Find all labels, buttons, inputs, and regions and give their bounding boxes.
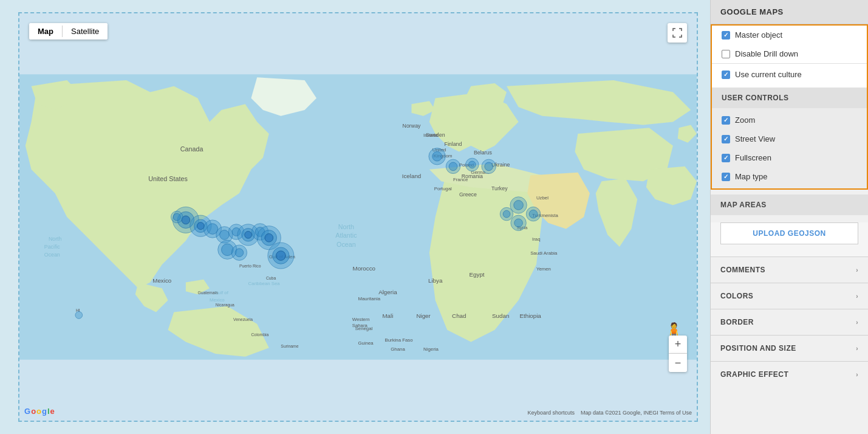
svg-point-88 [173, 213, 180, 221]
svg-point-86 [276, 251, 286, 261]
collapsible-header[interactable]: POSITION AND SIZE› [711, 336, 868, 361]
chevron-icon: › [856, 345, 858, 352]
use-current-culture-row[interactable]: Use current culture [712, 63, 867, 85]
user-control-row[interactable]: Street View [712, 129, 867, 148]
svg-text:Nigeria: Nigeria [423, 346, 439, 352]
sidebar: GOOGLE MAPS Master object Disable Drill … [710, 0, 868, 434]
svg-text:Niger: Niger [416, 312, 431, 319]
svg-text:Ocean: Ocean [44, 252, 60, 258]
svg-text:Atlantic: Atlantic [335, 232, 357, 239]
user-control-checkbox[interactable] [722, 116, 730, 125]
user-control-checkbox[interactable] [722, 135, 730, 143]
svg-point-74 [245, 231, 252, 238]
svg-text:Iceland: Iceland [402, 173, 422, 179]
collapsible-header[interactable]: COLORS› [711, 283, 868, 309]
master-object-row[interactable]: Master object [712, 26, 867, 44]
user-control-row[interactable]: Map type [712, 167, 867, 186]
zoom-controls: + − [669, 336, 687, 372]
svg-text:North: North [338, 223, 354, 230]
svg-text:Iraq: Iraq [532, 236, 540, 242]
chevron-icon: › [856, 371, 858, 378]
svg-text:Western: Western [352, 317, 370, 322]
map-wrapper: North Atlantic Ocean North Pacific Ocean… [18, 12, 698, 422]
sidebar-header: GOOGLE MAPS [711, 0, 868, 24]
svg-point-79 [265, 233, 273, 242]
svg-text:Ethiopia: Ethiopia [519, 312, 541, 319]
map-areas-wrapper: MAP AREAS UPLOAD GEOJSON [711, 195, 868, 257]
svg-text:Ireland: Ireland [423, 133, 438, 138]
svg-text:Chad: Chad [452, 312, 466, 319]
main-section: Master object Disable Drill down Use cur… [711, 24, 868, 190]
svg-point-100 [529, 210, 538, 218]
zoom-out-button[interactable]: − [669, 354, 687, 372]
svg-text:Greece: Greece [459, 191, 477, 198]
svg-text:Norway: Norway [403, 123, 421, 129]
collapsible-header[interactable]: BORDER› [711, 309, 868, 335]
controls-list: ZoomStreet ViewFullscreenMap type [712, 108, 867, 188]
user-control-checkbox[interactable] [722, 154, 730, 162]
svg-text:Gulf of: Gulf of [214, 290, 229, 295]
user-controls-header: USER CONTROLS [712, 88, 867, 108]
svg-text:Finland: Finland [445, 141, 462, 147]
collapsible-header[interactable]: GRAPHIC EFFECT› [711, 362, 868, 387]
svg-text:Saudi Arabia: Saudi Arabia [530, 250, 558, 256]
fullscreen-button[interactable] [668, 23, 687, 43]
svg-point-106 [75, 312, 83, 319]
user-control-label: Fullscreen [735, 153, 771, 162]
master-object-label: Master object [735, 30, 782, 40]
svg-text:Suriname: Suriname [281, 344, 298, 348]
zoom-in-button[interactable]: + [669, 336, 687, 354]
collapsible-header[interactable]: COMMENTS› [711, 257, 868, 283]
svg-text:Guinea: Guinea [358, 340, 374, 346]
map-data-attribution: Map data ©2021 Google, INEGI Terms of Us… [581, 410, 692, 416]
master-object-checkbox[interactable] [722, 31, 730, 40]
user-control-row[interactable]: Fullscreen [712, 148, 867, 167]
collapsible-section: BORDER› [711, 309, 868, 335]
svg-text:Caribbean Sea: Caribbean Sea [248, 281, 281, 286]
svg-text:Canada: Canada [180, 145, 203, 153]
svg-text:Turkey: Turkey [491, 185, 508, 191]
map-button[interactable]: Map [29, 23, 62, 40]
map-attribution: Keyboard shortcuts Map data ©2021 Google… [527, 410, 692, 416]
collapsible-title: POSITION AND SIZE [720, 344, 796, 353]
svg-text:Mexico: Mexico [210, 297, 225, 303]
collapsible-sections: COMMENTS›COLORS›BORDER›POSITION AND SIZE… [711, 257, 868, 387]
chevron-icon: › [856, 319, 858, 326]
map-toggle[interactable]: Map Satellite [29, 23, 108, 40]
disable-drill-down-checkbox[interactable] [722, 50, 730, 58]
svg-text:Mexico: Mexico [152, 277, 172, 284]
svg-text:Ocean: Ocean [337, 241, 356, 248]
user-control-row[interactable]: Zoom [712, 111, 867, 129]
disable-drill-down-label: Disable Drill down [735, 49, 798, 58]
map-areas-content: UPLOAD GEOJSON [711, 222, 868, 257]
chevron-icon: › [856, 293, 858, 300]
disable-drill-down-row[interactable]: Disable Drill down [712, 44, 867, 63]
map-container: North Atlantic Ocean North Pacific Ocean… [0, 0, 710, 434]
svg-text:Pacific: Pacific [44, 244, 61, 250]
user-control-label: Zoom [735, 115, 755, 125]
google-logo: G o o g l e [24, 407, 55, 416]
user-control-label: Map type [735, 172, 767, 181]
svg-text:Morocco: Morocco [353, 265, 376, 272]
user-control-label: Street View [735, 134, 775, 143]
svg-text:Burkina Faso: Burkina Faso [385, 337, 414, 343]
collapsible-section: COLORS› [711, 283, 868, 309]
keyboard-shortcuts: Keyboard shortcuts [527, 410, 575, 416]
user-controls-section: USER CONTROLS ZoomStreet ViewFullscreenM… [712, 88, 867, 188]
svg-text:Algeria: Algeria [378, 289, 397, 295]
map-background: North Atlantic Ocean North Pacific Ocean… [19, 13, 697, 421]
svg-text:France: France [453, 177, 468, 182]
svg-point-96 [485, 162, 493, 171]
svg-text:United States: United States [148, 175, 188, 182]
use-current-culture-checkbox[interactable] [722, 71, 730, 79]
chevron-icon: › [856, 267, 858, 274]
svg-point-98 [514, 201, 524, 210]
upload-geojson-button[interactable]: UPLOAD GEOJSON [720, 222, 858, 244]
svg-text:Mauritania: Mauritania [358, 296, 381, 301]
collapsible-section: GRAPHIC EFFECT› [711, 361, 868, 387]
svg-text:Yemen: Yemen [536, 266, 551, 272]
svg-point-65 [197, 222, 204, 230]
user-control-checkbox[interactable] [722, 173, 730, 181]
satellite-button[interactable]: Satellite [63, 23, 108, 40]
svg-text:Venezuela: Venezuela [233, 317, 253, 322]
